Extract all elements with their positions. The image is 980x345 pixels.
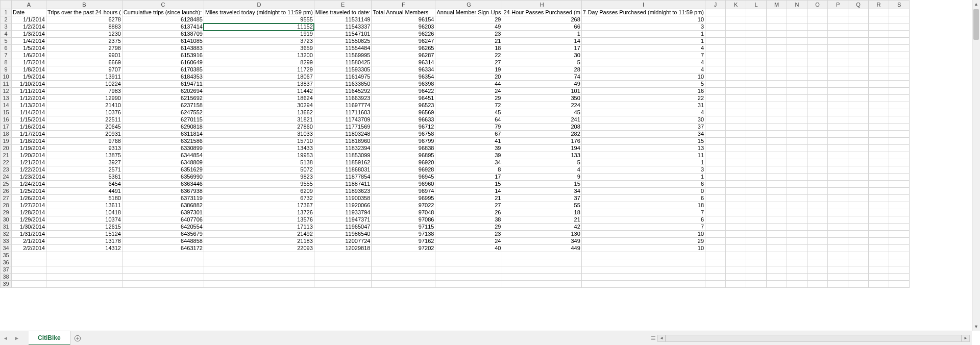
cell-O13[interactable] <box>807 95 828 102</box>
cell-O21[interactable] <box>807 152 828 159</box>
row-header-16[interactable]: 16 <box>1 116 12 124</box>
row-header-8[interactable]: 8 <box>1 59 12 66</box>
cell-B34[interactable]: 14312 <box>46 245 122 252</box>
cell-K6[interactable] <box>726 45 746 52</box>
cell-M14[interactable] <box>767 102 787 109</box>
cell-B20[interactable]: 9313 <box>46 145 122 152</box>
cell-M27[interactable] <box>767 195 787 202</box>
cell-H35[interactable] <box>502 252 581 259</box>
cell-C37[interactable] <box>122 266 204 274</box>
cell-M12[interactable] <box>767 88 787 95</box>
row-header-33[interactable]: 33 <box>1 238 12 245</box>
cell-G1[interactable]: Annual Member Sign-Ups <box>435 9 502 16</box>
cell-L7[interactable] <box>746 52 767 59</box>
cell-L39[interactable] <box>746 281 767 288</box>
cell-G8[interactable]: 27 <box>435 59 502 66</box>
cell-D26[interactable]: 6209 <box>204 188 314 195</box>
cell-D19[interactable]: 15710 <box>204 138 314 145</box>
cell-N9[interactable] <box>787 66 807 73</box>
cell-A30[interactable]: 1/29/2014 <box>12 216 46 224</box>
row-header-1[interactable]: 1 <box>1 9 12 16</box>
cell-N33[interactable] <box>787 238 807 245</box>
cell-C18[interactable]: 6311814 <box>122 131 204 138</box>
horizontal-scrollbar-track[interactable] <box>666 335 962 342</box>
cell-P15[interactable] <box>828 109 848 116</box>
cell-P37[interactable] <box>828 266 848 274</box>
cell-K17[interactable] <box>726 124 746 131</box>
cell-B37[interactable] <box>46 266 122 274</box>
cell-L5[interactable] <box>746 38 767 45</box>
cell-M31[interactable] <box>767 224 787 231</box>
column-header-R[interactable]: R <box>869 1 889 9</box>
cell-A21[interactable]: 1/20/2014 <box>12 152 46 159</box>
cell-N2[interactable] <box>787 16 807 23</box>
row-header-23[interactable]: 23 <box>1 166 12 174</box>
cell-P19[interactable] <box>828 138 848 145</box>
row-header-37[interactable]: 37 <box>1 266 12 274</box>
row-header-24[interactable]: 24 <box>1 174 12 181</box>
cell-G13[interactable]: 29 <box>435 95 502 102</box>
column-header-B[interactable]: B <box>46 1 122 9</box>
cell-B3[interactable]: 8883 <box>46 23 122 31</box>
cell-R15[interactable] <box>869 109 889 116</box>
cell-E19[interactable]: 11818960 <box>314 138 372 145</box>
cell-A18[interactable]: 1/17/2014 <box>12 131 46 138</box>
cell-Q7[interactable] <box>848 52 869 59</box>
cell-Q10[interactable] <box>848 73 869 81</box>
cell-M39[interactable] <box>767 281 787 288</box>
cell-H26[interactable]: 34 <box>502 188 581 195</box>
cell-O31[interactable] <box>807 224 828 231</box>
cell-H30[interactable]: 21 <box>502 216 581 224</box>
cell-E8[interactable]: 11580425 <box>314 59 372 66</box>
cell-E32[interactable]: 11986540 <box>314 231 372 238</box>
cell-Q39[interactable] <box>848 281 869 288</box>
cell-L16[interactable] <box>746 116 767 124</box>
cell-B17[interactable]: 20645 <box>46 124 122 131</box>
cell-F19[interactable]: 96799 <box>372 138 435 145</box>
cell-M10[interactable] <box>767 73 787 81</box>
cell-K2[interactable] <box>726 16 746 23</box>
cell-E20[interactable]: 11832394 <box>314 145 372 152</box>
cell-E26[interactable]: 11893623 <box>314 188 372 195</box>
cell-R4[interactable] <box>869 31 889 38</box>
cell-A3[interactable]: 1/2/2014 <box>12 23 46 31</box>
cell-C32[interactable]: 6435679 <box>122 231 204 238</box>
cell-Q5[interactable] <box>848 38 869 45</box>
cell-Q38[interactable] <box>848 274 869 281</box>
cell-B6[interactable]: 2798 <box>46 45 122 52</box>
cell-J30[interactable] <box>705 216 726 224</box>
cell-K4[interactable] <box>726 31 746 38</box>
cell-Q12[interactable] <box>848 88 869 95</box>
cell-P10[interactable] <box>828 73 848 81</box>
cell-K23[interactable] <box>726 166 746 174</box>
cell-J1[interactable] <box>705 9 726 16</box>
cell-I8[interactable]: 4 <box>581 59 705 66</box>
cell-L18[interactable] <box>746 131 767 138</box>
cell-R6[interactable] <box>869 45 889 52</box>
cell-M6[interactable] <box>767 45 787 52</box>
cell-F24[interactable]: 96945 <box>372 174 435 181</box>
row-header-12[interactable]: 12 <box>1 88 12 95</box>
cell-S36[interactable] <box>889 259 910 266</box>
cell-P4[interactable] <box>828 31 848 38</box>
cell-H15[interactable]: 45 <box>502 109 581 116</box>
cell-B28[interactable]: 13611 <box>46 202 122 209</box>
cell-G18[interactable]: 67 <box>435 131 502 138</box>
cell-K18[interactable] <box>726 131 746 138</box>
cell-N7[interactable] <box>787 52 807 59</box>
cell-O8[interactable] <box>807 59 828 66</box>
cell-L17[interactable] <box>746 124 767 131</box>
cell-S2[interactable] <box>889 16 910 23</box>
scroll-thumb-vertical[interactable] <box>973 9 979 40</box>
cell-H23[interactable]: 4 <box>502 166 581 174</box>
cell-S6[interactable] <box>889 45 910 52</box>
cell-J27[interactable] <box>705 195 726 202</box>
row-header-4[interactable]: 4 <box>1 31 12 38</box>
cell-I34[interactable]: 10 <box>581 245 705 252</box>
cell-M19[interactable] <box>767 138 787 145</box>
row-header-9[interactable]: 9 <box>1 66 12 73</box>
cell-S11[interactable] <box>889 81 910 88</box>
spreadsheet-grid[interactable]: ABCDEFGHIJKLMNOPQRS1DateTrips over the p… <box>0 0 972 331</box>
cell-N19[interactable] <box>787 138 807 145</box>
cell-Q27[interactable] <box>848 195 869 202</box>
